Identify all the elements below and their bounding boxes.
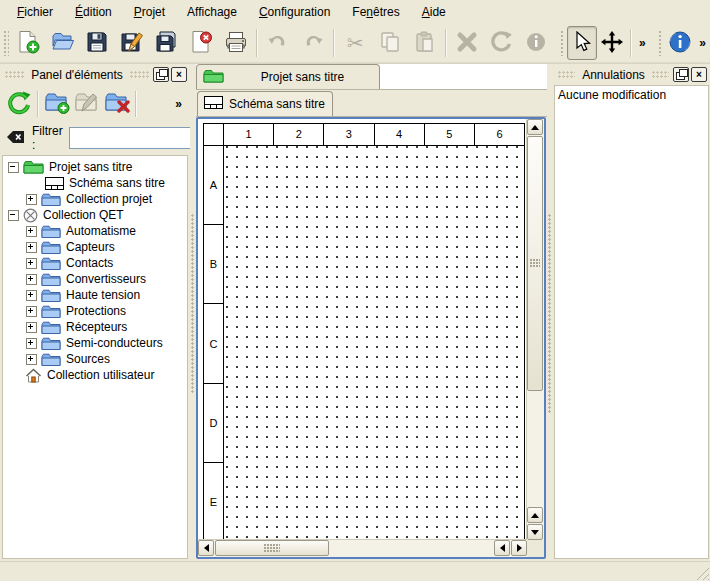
tab-schema-sans-titre[interactable]: Schéma sans titre	[197, 91, 333, 116]
collapse-expander-icon[interactable]	[8, 210, 19, 221]
save-all-button[interactable]	[149, 26, 184, 60]
clear-filter-icon[interactable]	[6, 129, 26, 148]
menu-fenetres[interactable]: Fenêtres	[341, 2, 410, 22]
expand-expander-icon[interactable]	[26, 274, 37, 285]
collapse-expander-icon[interactable]	[8, 162, 19, 173]
save-as-button[interactable]	[114, 26, 149, 60]
redo-button-disabled[interactable]	[295, 26, 330, 60]
expand-expander-icon[interactable]	[26, 322, 37, 333]
tree-item-schema-sans-titre[interactable]: Schéma sans titre	[3, 175, 187, 191]
cut-button-disabled[interactable]: ✂	[338, 26, 373, 60]
horizontal-scroll-thumb[interactable]	[215, 540, 329, 556]
expand-expander-icon[interactable]	[26, 354, 37, 365]
toolbar-overflow-button[interactable]: »	[695, 36, 710, 50]
tree-item-contacts[interactable]: Contacts	[3, 255, 187, 271]
scroll-right-button[interactable]	[511, 540, 527, 556]
tree-item-haute-tension[interactable]: Haute tension	[3, 287, 187, 303]
scroll-left-button-right[interactable]	[494, 540, 510, 556]
tree-item-semi-conducteurs[interactable]: Semi-conducteurs	[3, 335, 187, 351]
scroll-down-button[interactable]	[527, 524, 543, 540]
save-button[interactable]	[80, 26, 115, 60]
undo-button-disabled[interactable]	[261, 26, 296, 60]
frame-column-headers: 1 2 3 4 5 6	[224, 124, 524, 146]
new-document-icon	[16, 30, 40, 57]
expand-expander-icon[interactable]	[26, 290, 37, 301]
elements-panel-dock: Panel d'éléments ×	[0, 64, 190, 561]
diagram-viewport[interactable]: 1 2 3 4 5 6 A B C D E	[196, 117, 546, 559]
tree-item-capteurs[interactable]: Capteurs	[3, 239, 187, 255]
tree-item-recepteurs[interactable]: Récepteurs	[3, 319, 187, 335]
expand-expander-icon[interactable]	[26, 258, 37, 269]
new-category-button[interactable]	[42, 89, 72, 119]
scroll-up-button-bottom[interactable]	[527, 507, 543, 523]
column-header: 4	[375, 124, 425, 145]
tree-item-projet-sans-titre[interactable]: Projet sans titre	[3, 159, 187, 175]
delete-category-button[interactable]	[102, 89, 132, 119]
horizontal-scrollbar[interactable]	[198, 539, 527, 557]
folder-icon	[41, 241, 61, 254]
undo-panel-titlebar[interactable]: Annulations ×	[553, 64, 710, 84]
tree-item-sources[interactable]: Sources	[3, 351, 187, 367]
print-button[interactable]	[218, 26, 253, 60]
tree-item-protections[interactable]: Protections	[3, 303, 187, 319]
menu-edition[interactable]: Édition	[64, 2, 123, 22]
expand-expander-icon[interactable]	[26, 226, 37, 237]
menu-aide[interactable]: Aide	[411, 2, 457, 22]
expand-expander-icon[interactable]	[26, 242, 37, 253]
toolbar-drag-handle[interactable]	[3, 30, 9, 56]
menu-affichage[interactable]: Affichage	[176, 2, 248, 22]
paste-button-disabled[interactable]	[407, 26, 442, 60]
tree-item-collection-qet[interactable]: Collection QET	[3, 207, 187, 223]
vertical-scrollbar[interactable]	[526, 119, 544, 540]
scroll-up-button[interactable]	[527, 119, 543, 135]
tab-projet-sans-titre[interactable]: Projet sans titre	[196, 64, 380, 89]
right-splitter[interactable]	[547, 64, 553, 561]
new-document-button[interactable]	[11, 26, 46, 60]
edit-category-button-disabled[interactable]	[72, 89, 102, 119]
menu-configuration[interactable]: Configuration	[248, 2, 341, 22]
column-header: 1	[224, 124, 274, 145]
row-header: D	[204, 384, 223, 463]
scroll-left-button[interactable]	[198, 540, 214, 556]
tree-item-collection-projet[interactable]: Collection projet	[3, 191, 187, 207]
rotate-button-disabled[interactable]	[484, 26, 519, 60]
move-tool-button[interactable]	[597, 26, 627, 60]
close-panel-button[interactable]: ×	[171, 67, 187, 82]
delete-button-disabled[interactable]	[450, 26, 485, 60]
tree-item-automatisme[interactable]: Automatisme	[3, 223, 187, 239]
toolbar-drag-handle[interactable]	[560, 30, 566, 56]
elements-panel-titlebar[interactable]: Panel d'éléments ×	[0, 64, 190, 84]
tree-item-convertisseurs[interactable]: Convertisseurs	[3, 271, 187, 287]
close-document-button[interactable]	[184, 26, 219, 60]
copy-icon	[378, 30, 402, 57]
expand-expander-icon[interactable]	[26, 338, 37, 349]
resize-grip[interactable]	[695, 566, 709, 580]
element-information-button[interactable]	[665, 26, 695, 60]
toolbar-overflow-button[interactable]: »	[635, 36, 650, 50]
undo-history-list[interactable]: Aucune modification	[554, 85, 709, 559]
vertical-scroll-thumb[interactable]	[527, 136, 543, 391]
menu-fichier[interactable]: Fichier	[6, 2, 64, 22]
info-blue-icon	[668, 30, 692, 57]
scroll-down-icon	[531, 530, 539, 535]
restore-icon	[156, 72, 165, 80]
diagram-canvas[interactable]: 1 2 3 4 5 6 A B C D E	[198, 119, 527, 540]
tree-item-collection-utilisateur[interactable]: Collection utilisateur	[3, 367, 187, 383]
reload-collections-button[interactable]	[4, 89, 34, 119]
float-panel-button[interactable]	[153, 67, 169, 82]
open-project-button[interactable]	[45, 26, 80, 60]
panel-toolbar-overflow-button[interactable]: »	[171, 97, 186, 111]
folder-icon	[41, 321, 61, 334]
toolbar-drag-handle[interactable]	[658, 30, 664, 56]
information-button-disabled[interactable]	[519, 26, 554, 60]
copy-button-disabled[interactable]	[373, 26, 408, 60]
delete-x-icon	[456, 31, 478, 56]
float-panel-button[interactable]	[673, 67, 689, 82]
expand-expander-icon[interactable]	[26, 306, 37, 317]
select-tool-button-active[interactable]	[567, 26, 597, 60]
expand-expander-icon[interactable]	[26, 194, 37, 205]
menu-projet[interactable]: Projet	[123, 2, 176, 22]
close-panel-button[interactable]: ×	[691, 67, 707, 82]
qelectrotech-window: Fichier Édition Projet Affichage Configu…	[0, 0, 710, 581]
menu-bar: Fichier Édition Projet Affichage Configu…	[0, 0, 710, 24]
